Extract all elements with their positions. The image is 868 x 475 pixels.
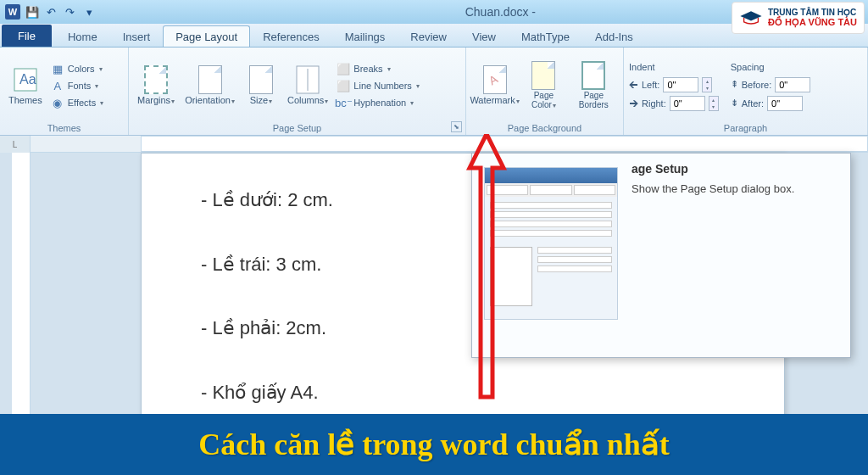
document-title: Chuan.docx - (307, 5, 561, 19)
spacing-before-input[interactable] (775, 77, 810, 92)
line-numbers-button[interactable]: ⬜Line Numbers▾ (335, 78, 420, 93)
spacing-after-icon: ⇟ (731, 98, 738, 109)
fonts-button[interactable]: AFonts▾ (49, 78, 105, 93)
redo-icon[interactable]: ↷ (63, 5, 76, 19)
page-setup-tooltip: age Setup Show the Page Setup dialog box… (471, 153, 851, 358)
group-label-themes: Themes (5, 121, 123, 133)
tab-mathtype[interactable]: MathType (509, 25, 582, 47)
columns-icon (294, 66, 321, 93)
page-borders-button[interactable]: Page Borders (570, 50, 618, 121)
effects-button[interactable]: ◉Effects▾ (49, 95, 105, 110)
spacing-label: Spacing (731, 62, 810, 72)
orientation-button[interactable]: Orientation▾ (181, 50, 238, 121)
tooltip-thumbnail (484, 167, 618, 320)
group-page-background: AWatermark▾ Page Color▾ Page Borders Pag… (466, 48, 624, 135)
spacing-before-icon: ⇞ (731, 79, 738, 90)
after-label: After: (742, 98, 764, 109)
themes-icon: Aa (12, 66, 39, 93)
tab-mailings[interactable]: Mailings (332, 25, 398, 47)
graduation-cap-icon (739, 8, 763, 27)
orientation-icon (197, 66, 224, 93)
page-borders-icon (580, 62, 607, 89)
line-numbers-icon: ⬜ (337, 79, 350, 92)
fonts-icon: A (51, 79, 64, 92)
hyphenation-icon: bc⁻ (337, 96, 350, 109)
caption-banner: Cách căn lề trong word chuẩn nhất (0, 414, 868, 475)
group-themes: Aa Themes ▦Colors▾ AFonts▾ ◉Effects▾ The… (0, 48, 129, 135)
tab-references[interactable]: References (250, 25, 331, 47)
tab-home[interactable]: Home (55, 25, 110, 47)
watermark-logo: TRUNG TÂM TIN HỌC ĐỒ HỌA VŨNG TÀU (732, 2, 865, 34)
tooltip-body: Show the Page Setup dialog box. (632, 182, 794, 195)
size-button[interactable]: Size▾ (242, 50, 281, 121)
svg-text:Aa: Aa (19, 72, 36, 87)
tab-addins[interactable]: Add-Ins (582, 25, 646, 47)
tab-review[interactable]: Review (398, 25, 459, 47)
ruler-corner[interactable]: L (0, 136, 31, 153)
caption-text: Cách căn lề trong word chuẩn nhất (198, 427, 669, 462)
size-icon (248, 66, 275, 93)
logo-line1: TRUNG TÂM TIN HỌC (768, 8, 857, 17)
group-label-paragraph: Paragraph (629, 121, 862, 133)
qat-dropdown-icon[interactable]: ▾ (82, 5, 96, 19)
logo-line2: ĐỒ HỌA VŨNG TÀU (768, 17, 857, 27)
page-setup-launcher[interactable]: ⬊ (451, 121, 462, 132)
tab-file[interactable]: File (2, 25, 52, 47)
hyphenation-button[interactable]: bc⁻Hyphenation▾ (335, 95, 420, 110)
spinner[interactable]: ▴▾ (709, 96, 719, 111)
tab-view[interactable]: View (459, 25, 509, 47)
tab-insert[interactable]: Insert (110, 25, 164, 47)
spinner[interactable]: ▴▾ (702, 77, 712, 92)
breaks-button[interactable]: ⬜Breaks▾ (335, 61, 420, 76)
tab-page-layout[interactable]: Page Layout (163, 25, 250, 47)
group-label-page-background: Page Background (471, 121, 618, 133)
horizontal-ruler[interactable] (141, 136, 868, 152)
indent-left-icon: 🡨 (629, 80, 638, 90)
watermark-button[interactable]: AWatermark▾ (471, 50, 518, 121)
right-label: Right: (642, 98, 666, 109)
margins-icon (142, 66, 170, 93)
save-icon[interactable]: 💾 (25, 5, 39, 19)
colors-icon: ▦ (51, 62, 64, 75)
before-label: Before: (742, 80, 771, 90)
watermark-icon: A (481, 66, 509, 93)
group-label-page-setup: Page Setup⬊ (134, 121, 460, 133)
doc-line: - Khổ giấy A4. (201, 366, 767, 419)
columns-button[interactable]: Columns▾ (284, 50, 331, 121)
group-page-setup: Margins▾ Orientation▾ Size▾ Columns▾ ⬜Br… (129, 48, 466, 135)
colors-button[interactable]: ▦Colors▾ (49, 61, 105, 76)
indent-label: Indent (629, 62, 719, 72)
ruler-area: L (0, 136, 868, 153)
page-color-icon (530, 62, 557, 89)
indent-right-input[interactable] (670, 96, 705, 111)
left-label: Left: (642, 80, 659, 90)
undo-icon[interactable]: ↶ (44, 5, 58, 19)
ribbon: Aa Themes ▦Colors▾ AFonts▾ ◉Effects▾ The… (0, 48, 868, 136)
page-color-button[interactable]: Page Color▾ (521, 50, 565, 121)
quick-access-toolbar: 💾 ↶ ↷ ▾ (25, 5, 96, 19)
tooltip-title: age Setup (632, 162, 794, 176)
word-icon: W (5, 4, 20, 20)
indent-left-input[interactable] (663, 77, 698, 92)
breaks-icon: ⬜ (337, 62, 350, 75)
margins-button[interactable]: Margins▾ (134, 50, 178, 121)
document-area: - Lề dưới: 2 cm. - Lề trái: 3 cm. - Lề p… (0, 153, 868, 441)
effects-icon: ◉ (51, 96, 64, 109)
vertical-ruler[interactable] (12, 153, 31, 441)
group-paragraph: Indent 🡨Left:▴▾ 🡪Right:▴▾ Spacing ⇞Befor… (624, 48, 868, 135)
indent-right-icon: 🡪 (629, 98, 638, 109)
spacing-after-input[interactable] (767, 96, 803, 111)
themes-button[interactable]: Aa Themes (5, 50, 46, 121)
